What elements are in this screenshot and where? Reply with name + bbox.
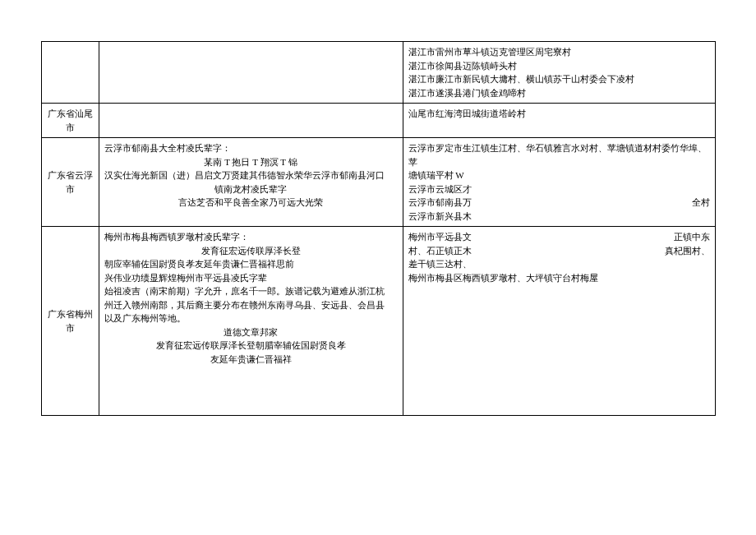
village-line: 梅州市梅县区梅西镇罗墩村、大坪镇守台村梅屋 [408,271,710,285]
text-left: 村、石正镇正木 [408,244,472,258]
village-line: 湛江市雷州市草斗镇迈克管理区周宅寮村 [408,45,710,59]
village-line: 湛江市遂溪县港门镇金鸡啼村 [408,86,710,100]
region-cell: 广东省梅州市 [41,227,99,416]
middle-cell [99,42,403,104]
village-line: 云浮市新兴县木 [408,210,710,224]
right-cell: 湛江市雷州市草斗镇迈克管理区周宅寮村 湛江市徐闻县迈陈镇峙头村 湛江市廉江市新民… [403,42,715,104]
text-line: 始祖凌吉（南宋前期）字允升，庶名千一郎。族谱记载为避难从浙江杭 [104,284,398,298]
text-line: 镇南龙村凌氏辈字 [104,182,398,196]
text-line: 汉实仕海光新国（进）昌启文万贤建其伟德智永荣华云浮市郁南县河口 [104,168,398,182]
village-line: 云浮市云城区才 [408,182,710,196]
text-right: 真杞围村、 [665,244,710,258]
table-row: 广东省汕尾市 汕尾市红海湾田城街道塔岭村 [41,104,715,138]
text-line: 兴伟业功绩显辉煌梅州市平远县凌氏字辈 [104,271,398,285]
right-cell: 梅州市平远县文 正镇中东 村、石正镇正木 真杞围村、 差干镇三达村、 梅州市梅县… [403,227,715,416]
text-left: 梅州市平远县文 [408,230,472,244]
right-cell: 云浮市罗定市生江镇生江村、华石镇雅言水对村、苹塘镇道材村委竹华埠、苹 塘镇瑞平村… [403,138,715,227]
middle-cell: 梅州市梅县梅西镇罗墩村凌氏辈字： 发育征宏远传联厚泽长登 朝应宰辅佐国尉贤良孝友… [99,227,403,416]
village-line: 差干镇三达村、 [408,257,710,271]
genealogy-table: 湛江市雷州市草斗镇迈克管理区周宅寮村 湛江市徐闻县迈陈镇峙头村 湛江市廉江市新民… [41,41,716,416]
village-line: 湛江市廉江市新民镇大墉村、横山镇苏干山村委会下凌村 [408,72,710,86]
table-row: 湛江市雷州市草斗镇迈克管理区周宅寮村 湛江市徐闻县迈陈镇峙头村 湛江市廉江市新民… [41,42,715,104]
middle-cell: 云浮市郁南县大全村凌氏辈字： 某南 T 抱日 T 翔溟 T 锦 汉实仕海光新国（… [99,138,403,227]
region-cell: 广东省云浮市 [41,138,99,227]
village-line: 梅州市平远县文 正镇中东 [408,230,710,244]
table-row: 广东省梅州市 梅州市梅县梅西镇罗墩村凌氏辈字： 发育征宏远传联厚泽长登 朝应宰辅… [41,227,715,416]
text-line: 言达芝否和平良善全家乃可远大光荣 [104,196,398,210]
text-line: 云浮市郁南县大全村凌氏辈字： [104,141,398,155]
right-cell: 汕尾市红海湾田城街道塔岭村 [403,104,715,138]
text-line: 某南 T 抱日 T 翔溟 T 锦 [104,155,398,169]
text-right: 正镇中东 [674,230,710,244]
text-line: 发育征宏远传联厚泽长登朝腊宰辅佐国尉贤良孝 [104,339,398,353]
table-row: 广东省云浮市 云浮市郁南县大全村凌氏辈字： 某南 T 抱日 T 翔溟 T 锦 汉… [41,138,715,227]
village-line: 塘镇瑞平村 W [408,168,710,182]
village-line: 村、石正镇正木 真杞围村、 [408,244,710,258]
village-line: 湛江市徐闻县迈陈镇峙头村 [408,59,710,73]
village-line: 汕尾市红海湾田城街道塔岭村 [408,107,710,121]
text-line: 梅州市梅县梅西镇罗墩村凌氏辈字： [104,230,398,244]
middle-cell [99,104,403,138]
region-cell: 广东省汕尾市 [41,104,99,138]
text-line: 州迁入赣州南部，其后裔主要分布在赣州东南寻乌县、安远县、会昌县 [104,298,398,312]
region-cell [41,42,99,104]
text-left: 云浮市郁南县万 [408,196,472,210]
text-right: 全村 [692,196,710,210]
text-line: 发育征宏远传联厚泽长登 [104,244,398,258]
village-line: 云浮市罗定市生江镇生江村、华石镇雅言水对村、苹塘镇道材村委竹华埠、苹 [408,141,710,168]
text-line: 友延年贵谦仁晋福祥 [104,353,398,367]
text-line: 以及广东梅州等地。 [104,311,398,325]
text-line: 朝应宰辅佐国尉贤良孝友延年贵谦仁晋福祥思前 [104,257,398,271]
village-line: 云浮市郁南县万 全村 [408,196,710,210]
document-page: 湛江市雷州市草斗镇迈克管理区周宅寮村 湛江市徐闻县迈陈镇峙头村 湛江市廉江市新民… [0,41,756,535]
text-line: 道德文章邦家 [104,325,398,339]
